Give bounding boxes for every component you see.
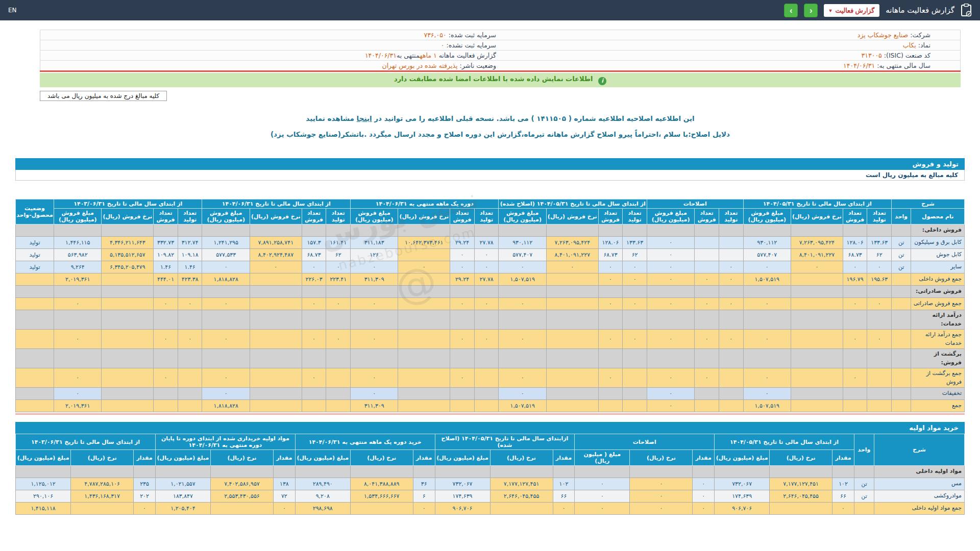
sub-header: مبلغ فروش (میلیون ریال) <box>499 209 546 224</box>
table-cell <box>843 224 867 237</box>
table-cell: ۰ <box>553 503 575 515</box>
product-name-header: نام محصول <box>911 209 965 224</box>
table-cell: ۳۱۱,۳۰۹ <box>350 400 398 412</box>
table-cell: ۰ <box>598 261 623 273</box>
sub-header: مقدار <box>413 450 435 466</box>
table-cell: ۲,۶۴۶,۰۴۵,۴۵۵ <box>770 490 832 503</box>
table-cell <box>154 349 178 368</box>
desc-header: شرح <box>874 434 965 466</box>
sub-header: مقدار <box>832 450 854 466</box>
sub-header: مقدار <box>693 450 715 466</box>
previous-version-link[interactable]: اینجا <box>357 114 372 122</box>
unit-cell <box>892 310 911 330</box>
table-cell <box>102 400 154 412</box>
table-cell <box>647 224 694 237</box>
group-header: اصلاحات <box>575 434 715 450</box>
table-row: جمع فروش داخلی۱۹۵.۶۳۱۹۶.۷۹۱,۵۰۷,۵۱۹۰۰۰۰۰… <box>16 273 965 286</box>
table-cell: ۰ <box>326 261 351 273</box>
table-cell: ۰ <box>695 330 719 349</box>
table-cell: ۰ <box>843 261 867 273</box>
table-cell: ۱۹۵.۶۳ <box>867 273 892 286</box>
table-cell: ۰ <box>413 503 435 515</box>
table-cell <box>719 310 743 330</box>
section-row: درآمد ارائه خدمات: <box>16 310 965 330</box>
unit-cell <box>854 503 874 515</box>
info-row: نماد: بکاب سرمایه ثبت نشده: ۰ <box>40 40 961 51</box>
previous-report-button[interactable]: › <box>784 4 798 17</box>
table-cell: ۲۹.۲۴ <box>450 273 475 286</box>
table-cell: ۶۸.۷۳ <box>302 249 326 261</box>
table-cell: ۱۶۱.۴۱ <box>326 237 351 249</box>
table-cell: ۰ <box>843 368 867 388</box>
table-cell <box>791 224 843 237</box>
table-cell: ۰ <box>695 368 719 388</box>
table-cell <box>867 388 892 400</box>
table-cell <box>302 349 326 368</box>
table-cell <box>791 349 843 368</box>
table-cell: ۲۷.۷۸ <box>474 237 499 249</box>
report-type-dropdown[interactable]: گزارش فعالیت ▾ <box>824 4 879 17</box>
table-cell <box>546 349 598 368</box>
table-cell: ۳۶ <box>413 478 435 490</box>
table-cell: ۰ <box>178 330 202 349</box>
table-cell: ۱,۴۳۶,۱۶۸,۳۱۷ <box>71 490 134 503</box>
status-cell <box>16 388 54 400</box>
table-cell: ۰ <box>693 503 715 515</box>
status-cell <box>16 368 54 388</box>
info-icon: i <box>598 77 606 85</box>
table-cell <box>867 286 892 298</box>
sub-header: تعداد تولید <box>178 209 202 224</box>
table-cell: ۰ <box>630 478 693 490</box>
section-row: فروش صادراتی: <box>16 286 965 298</box>
table-cell <box>623 368 647 388</box>
table-cell: ۱,۵۰۷,۵۱۹ <box>499 273 546 286</box>
table-cell <box>743 224 791 237</box>
table-cell <box>791 310 843 330</box>
table-cell <box>326 400 351 412</box>
table-cell: ۲۷.۷۸ <box>474 273 499 286</box>
table-cell: ۰ <box>867 261 892 273</box>
table-cell: ۲۹۸,۶۹۸ <box>295 503 350 515</box>
divider <box>15 413 965 415</box>
table-cell: ۲۹۰,۱۰۶ <box>16 490 71 503</box>
table-cell: ۰ <box>647 388 694 400</box>
table-cell: ۰ <box>450 249 475 261</box>
table-cell <box>546 310 598 330</box>
table-cell <box>546 298 598 310</box>
table-cell: ۳۱۲.۷۴ <box>178 237 202 249</box>
next-report-button[interactable]: ‹ <box>804 4 818 17</box>
amendment-notice: این اطلاعیه اصلاحیه اطلاعیه شماره ( ۱۴۱۱… <box>40 114 961 122</box>
status-cell <box>16 310 54 330</box>
unit-cell: تن <box>892 237 911 249</box>
table-cell <box>154 310 178 330</box>
group-header: از ابتدای سال مالی تا تاریخ ۱۴۰۴/۰۵/۳۱ (… <box>499 199 647 209</box>
sub-header: تعداد تولید <box>326 209 351 224</box>
sub-header: مبلغ فروش (میلیون ریال) <box>202 209 250 224</box>
table-cell: ۰ <box>575 478 630 490</box>
report-type-label: گزارش فعالیت <box>835 7 874 14</box>
production-sales-table: شرحاز ابتدای سال مالی تا تاریخ ۱۴۰۴/۰۵/۳… <box>15 199 965 412</box>
table-cell: ۰ <box>843 330 867 349</box>
table-cell <box>250 368 302 388</box>
table-cell <box>326 310 351 330</box>
status-cell <box>16 224 54 237</box>
table-cell: ۰ <box>546 261 598 273</box>
language-toggle[interactable]: EN <box>8 7 17 14</box>
table-cell: ۷,۱۷۷,۱۲۷,۴۵۱ <box>490 478 553 490</box>
table-cell <box>499 349 546 368</box>
table-cell: ۹۰۶,۷۰۶ <box>715 503 770 515</box>
table-cell: ۰ <box>450 298 475 310</box>
table-cell <box>743 310 791 330</box>
table-cell: ۰ <box>134 503 156 515</box>
table-cell <box>743 286 791 298</box>
table-row: کابل برق و سیلیکونتن۱۳۳.۶۳۱۲۸.۰۶۷,۲۶۳,۰۹… <box>16 237 965 249</box>
table-cell <box>102 273 154 286</box>
group-header: از ابتدای سال مالی تا تاریخ ۱۴۰۳/۰۶/۳۱ <box>54 199 202 209</box>
table-cell: ۰ <box>719 298 743 310</box>
table-cell: ۰ <box>743 298 791 310</box>
table-cell: ۱,۲۰۵,۴۰۴ <box>155 503 210 515</box>
table-cell <box>210 466 273 478</box>
table-cell <box>154 388 178 400</box>
sub-header: مبلغ فروش (میلیون ریال) <box>743 209 791 224</box>
table-cell <box>435 466 490 478</box>
